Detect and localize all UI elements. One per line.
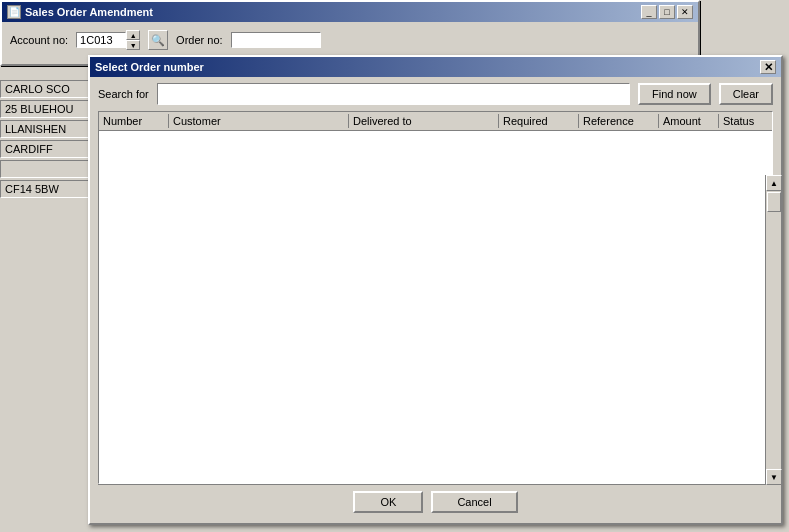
account-row: Account no: ▲ ▼ 🔍 Order no:: [10, 30, 690, 50]
col-header-required: Required: [499, 114, 579, 128]
col-header-customer: Customer: [169, 114, 349, 128]
dialog-footer: OK Cancel: [98, 484, 773, 517]
order-no-label: Order no:: [176, 34, 222, 46]
dialog-close-button[interactable]: ✕: [760, 60, 776, 74]
dialog-title-bar: Select Order number ✕: [90, 57, 781, 77]
address-line-6: CF14 5BW: [0, 180, 95, 198]
spinner-up-button[interactable]: ▲: [126, 30, 140, 40]
scrollbar: ▲ ▼: [765, 175, 781, 485]
address-panel: CARLO SCO 25 BLUEHOU LLANISHEN CARDIFF C…: [0, 80, 95, 200]
table-body: [99, 131, 772, 483]
ok-button[interactable]: OK: [353, 491, 423, 513]
address-line-3: LLANISHEN: [0, 120, 95, 138]
main-window-icon: 📄: [7, 5, 21, 19]
order-no-input[interactable]: [231, 32, 321, 48]
scroll-thumb[interactable]: [767, 192, 781, 212]
address-line-5: [0, 160, 95, 178]
select-order-dialog: Select Order number ✕ Search for Find no…: [88, 55, 783, 525]
address-line-1: CARLO SCO: [0, 80, 95, 98]
account-search-button[interactable]: 🔍: [148, 30, 168, 50]
search-row: Search for Find now Clear: [98, 83, 773, 105]
col-header-number: Number: [99, 114, 169, 128]
spinner-down-button[interactable]: ▼: [126, 40, 140, 50]
search-for-label: Search for: [98, 88, 149, 100]
main-title-bar: 📄 Sales Order Amendment _ □ ✕: [2, 2, 698, 22]
account-no-field-group: ▲ ▼: [76, 30, 140, 50]
scroll-up-button[interactable]: ▲: [766, 175, 782, 191]
account-no-input[interactable]: [76, 32, 126, 48]
close-button[interactable]: ✕: [677, 5, 693, 19]
table-header: Number Customer Delivered to Required Re…: [99, 112, 772, 131]
minimize-button[interactable]: _: [641, 5, 657, 19]
col-header-reference: Reference: [579, 114, 659, 128]
cancel-button[interactable]: Cancel: [431, 491, 517, 513]
address-line-2: 25 BLUEHOU: [0, 100, 95, 118]
account-no-label: Account no:: [10, 34, 68, 46]
clear-button[interactable]: Clear: [719, 83, 773, 105]
col-header-status: Status: [719, 114, 773, 128]
col-header-amount: Amount: [659, 114, 719, 128]
scroll-down-button[interactable]: ▼: [766, 469, 782, 485]
find-now-button[interactable]: Find now: [638, 83, 711, 105]
scroll-track: [766, 191, 781, 469]
results-table: Number Customer Delivered to Required Re…: [98, 111, 773, 484]
main-window-title: Sales Order Amendment: [25, 6, 153, 18]
search-input[interactable]: [157, 83, 630, 105]
col-header-delivered-to: Delivered to: [349, 114, 499, 128]
dialog-title: Select Order number: [95, 61, 204, 73]
maximize-button[interactable]: □: [659, 5, 675, 19]
dialog-content: Search for Find now Clear Number Custome…: [90, 77, 781, 523]
address-line-4: CARDIFF: [0, 140, 95, 158]
